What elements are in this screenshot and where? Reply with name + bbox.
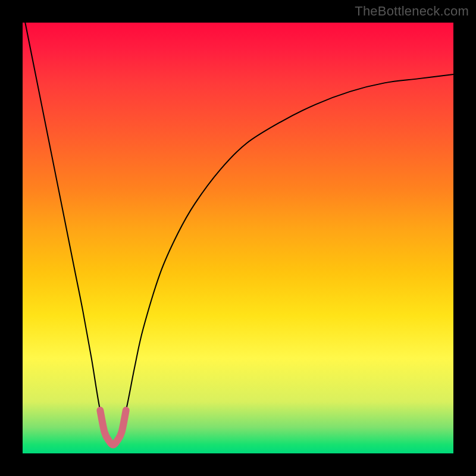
chart-frame: TheBottleneck.com	[0, 0, 476, 476]
watermark-text: TheBottleneck.com	[355, 4, 469, 19]
chart-svg	[23, 23, 453, 453]
bottleneck-curve	[23, 23, 453, 445]
u-highlight-marker	[100, 411, 126, 445]
plot-area	[23, 23, 453, 453]
